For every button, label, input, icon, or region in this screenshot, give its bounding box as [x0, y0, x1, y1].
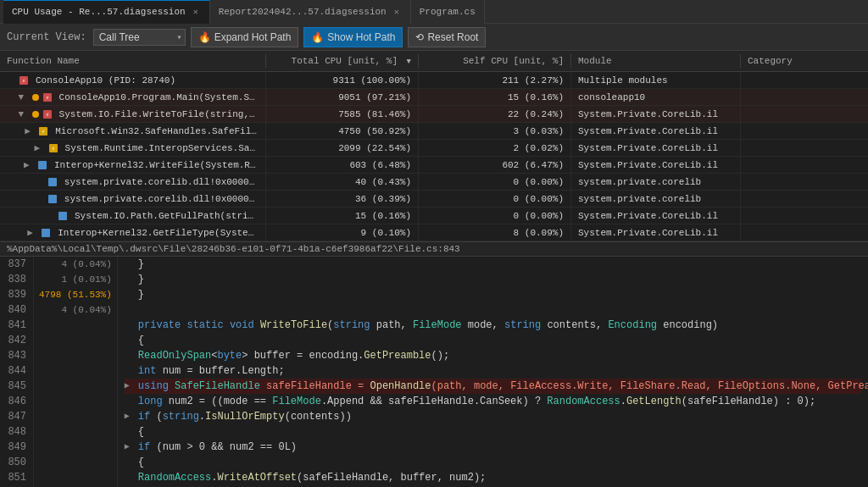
function-icon: ⚡ — [42, 109, 56, 119]
total-cpu-value: 9 (0.10%) — [266, 224, 419, 241]
category-value — [741, 123, 868, 139]
total-cpu-value: 9051 (97.21%) — [266, 89, 419, 105]
tab-label: Report2024042...57.diagsession — [219, 7, 387, 17]
line-number: 842 — [7, 333, 26, 348]
line-number: 847 — [7, 409, 26, 424]
category-value — [741, 140, 868, 156]
tab-label: Program.cs — [420, 7, 476, 17]
function-icon: ⚡ — [48, 143, 62, 153]
category-value — [741, 72, 868, 88]
total-cpu-value: 40 (0.43%) — [266, 174, 419, 190]
svg-text:⚡: ⚡ — [45, 94, 49, 102]
code-line: { — [125, 455, 861, 470]
category-value — [741, 89, 868, 105]
category-value — [741, 106, 868, 122]
tab-close-cpu[interactable]: ✕ — [191, 6, 201, 18]
function-name: System.IO.Path.GetFullPath(string) — [75, 211, 259, 221]
tree-expand-icon[interactable]: ▶ — [27, 227, 39, 238]
code-filepath: %AppData%\Local\Temp\.dwsrc\File\28246b3… — [0, 242, 868, 257]
show-hot-path-button[interactable]: 🔥 Show Hot Path — [303, 27, 403, 47]
table-row[interactable]: ▶Interop+Kernel32.WriteFile(System.Runti… — [0, 157, 868, 174]
self-cpu-value: 0 (0.00%) — [419, 191, 571, 207]
self-cpu-value: 2 (0.02%) — [419, 140, 571, 156]
self-cpu-value: 0 (0.00%) — [419, 208, 571, 224]
show-btn-label: Show Hot Path — [327, 31, 395, 43]
tree-expand-icon[interactable]: ▼ — [19, 92, 31, 102]
function-icon — [37, 160, 51, 170]
category-value — [741, 191, 868, 207]
function-name: ConsoleApp10 (PID: 28740) — [36, 75, 175, 86]
table-row[interactable]: ▼⚡System.IO.File.WriteToFile(string, Sys… — [0, 106, 868, 123]
col-function-name[interactable]: Function Name — [0, 54, 266, 68]
view-select-wrapper[interactable]: Call Tree Callers/Callees Modules — [93, 29, 186, 46]
self-cpu-value: 15 (0.16%) — [419, 89, 571, 105]
hot-path-indicator — [32, 111, 39, 118]
tab-cpu-usage[interactable]: CPU Usage - Re...57.diagsession ✕ — [3, 0, 210, 24]
code-editor: 8378388398408418428438448458468478488498… — [0, 257, 868, 487]
code-line: { — [125, 424, 861, 440]
reset-btn-label: Reset Root — [427, 31, 478, 43]
line-number: 849 — [7, 440, 26, 455]
function-icon: ⚡ — [19, 75, 32, 86]
reset-root-button[interactable]: ⟲ Reset Root — [408, 27, 486, 47]
code-text: { — [138, 333, 144, 348]
total-cpu-value: 36 (0.39%) — [266, 191, 419, 207]
tab-report[interactable]: Report2024042...57.diagsession ✕ — [210, 0, 411, 24]
col-category[interactable]: Category — [741, 54, 868, 68]
line-number: 851 — [7, 470, 26, 485]
table-row[interactable]: ⚡ConsoleApp10 (PID: 28740)9311 (100.00%)… — [0, 72, 868, 89]
table-row[interactable]: System.IO.Path.GetFullPath(string)15 (0.… — [0, 208, 868, 224]
table-row[interactable]: system.private.corelib.dll!0x00007ff8cf9… — [0, 174, 868, 191]
tree-expand-icon[interactable]: ▶ — [35, 142, 47, 153]
self-cpu-value: 0 (0.00%) — [419, 174, 571, 190]
category-value — [741, 208, 868, 224]
tab-program[interactable]: Program.cs — [411, 0, 485, 24]
table-row[interactable]: ▼⚡ConsoleApp10.Program.Main(System.Strin… — [0, 89, 868, 106]
expand-icon: 🔥 — [198, 31, 211, 43]
line-arrow-icon: ▶ — [125, 440, 135, 455]
svg-rect-11 — [48, 178, 57, 186]
module-value: System.Private.CoreLib.il — [571, 106, 741, 122]
function-icon: ⚡ — [38, 126, 52, 136]
table-row[interactable]: ▶Interop+Kernel32.GetFileType(System.Run… — [0, 224, 868, 241]
table-row[interactable]: ▶⚡System.Runtime.InteropServices.SafeHan… — [0, 140, 868, 157]
code-line: ▶ using SafeFileHandle safeFileHandle = … — [125, 379, 861, 394]
svg-text:⚡: ⚡ — [45, 111, 49, 119]
function-icon — [47, 177, 61, 187]
col-self-cpu[interactable]: Self CPU [unit, %] — [419, 54, 571, 68]
code-text: int num = buffer.Length; — [138, 363, 285, 379]
code-section: %AppData%\Local\Temp\.dwsrc\File\28246b3… — [0, 241, 868, 487]
tab-close-report[interactable]: ✕ — [392, 6, 402, 18]
function-icon: ⚡ — [42, 92, 56, 102]
table-row[interactable]: ▶⚡Microsoft.Win32.SafeHandles.SafeFileHa… — [0, 123, 868, 140]
self-cpu-value: 22 (0.24%) — [419, 106, 571, 122]
tree-expand-icon[interactable]: ▶ — [24, 159, 36, 170]
total-cpu-value: 603 (6.48%) — [266, 157, 419, 173]
view-label: Current View: — [7, 31, 86, 43]
code-line — [125, 302, 861, 318]
tree-expand-icon[interactable]: ▼ — [19, 109, 31, 119]
code-text: long num2 = ((mode == FileMode.Append &&… — [138, 394, 815, 409]
tree-expand-icon[interactable]: ▶ — [25, 125, 36, 136]
module-value: System.Private.CoreLib.il — [571, 208, 741, 224]
code-text — [138, 302, 144, 318]
line-number: 850 — [7, 455, 26, 470]
table-row[interactable]: system.private.corelib.dll!0x00007ff8cf7… — [0, 191, 868, 208]
line-number: 846 — [7, 394, 26, 409]
col-module[interactable]: Module — [571, 54, 741, 68]
self-cpu-value: 602 (6.47%) — [419, 157, 571, 173]
view-select[interactable]: Call Tree Callers/Callees Modules — [93, 29, 186, 46]
svg-text:⚡: ⚡ — [42, 128, 46, 136]
line-number: 848 — [7, 424, 26, 440]
module-value: system.private.corelib — [571, 191, 741, 207]
expand-hot-path-button[interactable]: 🔥 Expand Hot Path — [191, 27, 299, 47]
col-total-cpu[interactable]: Total CPU [unit, %] ▼ — [266, 54, 419, 68]
code-line: } — [125, 287, 861, 302]
module-value: Multiple modules — [571, 72, 741, 88]
function-name: system.private.corelib.dll!0x00007ff8cf9… — [64, 177, 259, 187]
svg-rect-10 — [38, 161, 47, 169]
code-text: { — [138, 455, 144, 470]
function-icon — [47, 194, 61, 204]
code-text: } — [138, 257, 144, 272]
code-text: if (num > 0 && num2 == 0L) — [138, 440, 297, 455]
